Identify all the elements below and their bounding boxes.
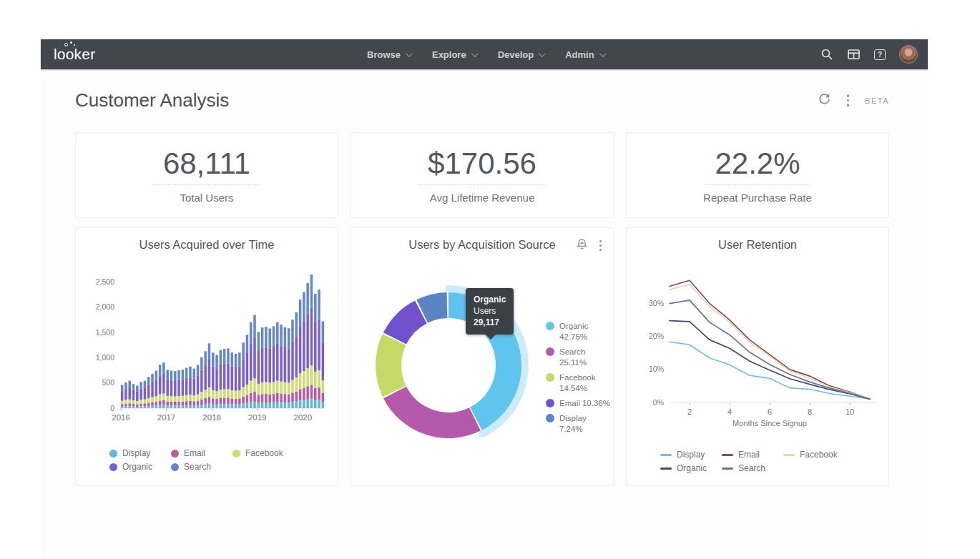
- legend-label: Display 7.24%: [559, 413, 612, 435]
- nav-menu-group: Browse Explore Develop Admin: [367, 49, 604, 60]
- dashboard-actions: BETA: [818, 92, 889, 109]
- marketplace-icon[interactable]: [846, 47, 861, 61]
- legend-label: Display: [122, 448, 150, 458]
- legend-swatch: [546, 373, 554, 382]
- legend-swatch: [660, 468, 672, 470]
- nav-item-explore[interactable]: Explore: [432, 49, 476, 60]
- legend-label: Email: [738, 450, 760, 460]
- nav-item-label: Develop: [498, 49, 534, 60]
- nav-item-develop[interactable]: Develop: [498, 49, 544, 60]
- svg-text:0: 0: [110, 404, 114, 412]
- svg-text:0%: 0%: [653, 398, 664, 407]
- kpi-value: 68,111: [153, 147, 260, 185]
- refresh-button[interactable]: [818, 92, 831, 109]
- legend-item-display: Display: [660, 450, 722, 460]
- chevron-down-icon: [539, 50, 546, 57]
- legend-item-email: Email 10.36%: [546, 398, 612, 409]
- legend-swatch: [171, 463, 179, 471]
- legend-item-organic: Organic: [660, 463, 722, 473]
- series-facebook: [670, 285, 870, 400]
- legend-item-organic: Organic: [109, 462, 171, 472]
- tile-users-by-acquisition-source: Users by Acquisition Source: [351, 227, 614, 486]
- chevron-down-icon: [406, 50, 413, 57]
- tile-title-row: User Retention: [627, 228, 888, 252]
- legend-item-display: Display 7.24%: [546, 413, 612, 435]
- svg-text:4: 4: [727, 407, 732, 416]
- legend-item-email: Email: [171, 448, 232, 458]
- beta-badge: BETA: [865, 97, 889, 105]
- kpi-label: Total Users: [180, 192, 233, 204]
- legend-label: Search: [184, 462, 211, 472]
- looker-logo[interactable]: looker: [54, 46, 95, 63]
- nav-item-label: Admin: [565, 49, 594, 60]
- kpi-tile-repeat-purchase-rate: 22.2% Repeat Purchase Rate: [626, 132, 889, 218]
- legend-label: Facebook: [800, 450, 838, 460]
- user-avatar[interactable]: [899, 45, 918, 64]
- looker-logo-text: looker: [54, 46, 95, 62]
- legend-item-facebook: Facebook: [783, 450, 845, 460]
- svg-text:2,000: 2,000: [96, 302, 114, 311]
- bar-chart-svg: 05001,0001,5002,0002,5002016201720182019…: [86, 261, 329, 435]
- nav-item-admin[interactable]: Admin: [565, 49, 604, 60]
- legend-swatch: [109, 450, 117, 457]
- nav-item-browse[interactable]: Browse: [367, 49, 411, 60]
- series-organic: [670, 321, 870, 400]
- legend-item-email: Email: [722, 450, 783, 460]
- legend-swatch: [722, 468, 733, 470]
- kpi-label: Avg Lifetime Revenue: [430, 192, 534, 204]
- donut-legend: Organic 42.75%Search 25.11%Facebook 14.5…: [546, 321, 612, 438]
- kpi-tile-avg-lifetime-revenue: $170.56 Avg Lifetime Revenue: [351, 132, 614, 218]
- svg-text:10%: 10%: [649, 365, 664, 373]
- logo-bubble-icon: [70, 41, 72, 44]
- legend-label: Facebook: [245, 448, 283, 458]
- alert-bell-icon[interactable]: [576, 238, 588, 253]
- chart-title: Users Acquired over Time: [139, 238, 275, 252]
- line-chart-canvas[interactable]: 0%10%20%30%246810Months Since Signup: [637, 261, 880, 444]
- tooltip-series: Organic: [474, 294, 506, 305]
- dashboard-kebab-menu[interactable]: [844, 93, 853, 108]
- tooltip-measure: Users: [474, 305, 506, 317]
- search-icon[interactable]: [820, 47, 834, 61]
- legend-label: Facebook 14.54%: [559, 372, 612, 394]
- legend-label: Search 25.11%: [559, 347, 612, 368]
- tile-title-row: Users Acquired over Time: [76, 228, 338, 252]
- logo-bubble-icon: [74, 44, 75, 46]
- series-email: [670, 280, 870, 399]
- legend-swatch: [546, 347, 554, 356]
- nav-item-label: Explore: [432, 49, 466, 60]
- line-chart-svg: 0%10%20%30%246810Months Since Signup: [637, 261, 880, 441]
- legend-swatch: [783, 454, 795, 456]
- help-icon[interactable]: ?: [873, 47, 887, 61]
- legend-label: Email 10.36%: [559, 398, 610, 409]
- legend-label: Organic 42.75%: [559, 321, 612, 342]
- legend-item-search: Search 25.11%: [546, 347, 612, 368]
- bar-chart-canvas[interactable]: 05001,0001,5002,0002,5002016201720182019…: [86, 261, 329, 438]
- tooltip-value: 29,117: [474, 317, 506, 328]
- kpi-label: Repeat Purchase Rate: [703, 192, 812, 204]
- svg-text:8: 8: [808, 407, 812, 416]
- tile-kebab-menu[interactable]: [597, 239, 604, 252]
- svg-text:2018: 2018: [202, 413, 221, 422]
- legend-swatch: [546, 414, 554, 422]
- kpi-value: $170.56: [418, 147, 547, 185]
- legend-swatch: [660, 454, 672, 456]
- chart-title: User Retention: [718, 238, 797, 252]
- legend-label: Search: [738, 463, 765, 473]
- looker-app-frame: looker Browse Explore Develop: [41, 39, 928, 559]
- tile-actions: [576, 238, 604, 253]
- svg-text:2019: 2019: [248, 413, 267, 422]
- tile-user-retention: User Retention 0%10%20%30%246810Months S…: [626, 227, 889, 486]
- legend-swatch: [171, 450, 179, 457]
- legend-items: DisplayEmailFacebookOrganicSearch: [109, 448, 304, 475]
- chart-title: Users by Acquisition Source: [408, 238, 555, 252]
- legend-label: Organic: [677, 463, 707, 473]
- legend-swatch: [109, 463, 117, 471]
- legend-item-facebook: Facebook: [232, 448, 294, 458]
- logo-bubble-icon: [64, 43, 68, 46]
- svg-text:2020: 2020: [293, 413, 312, 422]
- legend-label: Email: [184, 448, 205, 458]
- bar-chart-legend: DisplayEmailFacebookOrganicSearch: [76, 448, 338, 475]
- svg-text:20%: 20%: [649, 332, 664, 340]
- svg-text:10: 10: [846, 407, 854, 416]
- svg-text:30%: 30%: [649, 299, 664, 307]
